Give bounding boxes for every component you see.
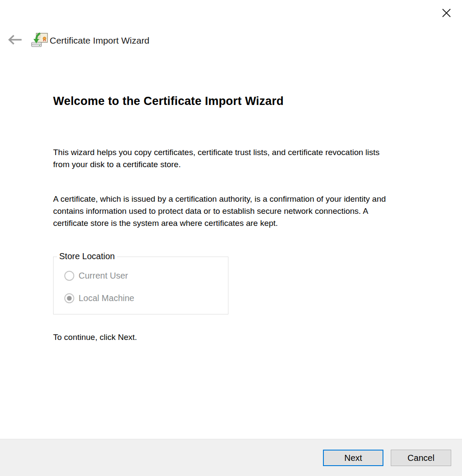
- radio-local-machine: Local Machine: [64, 293, 134, 303]
- radio-indicator-local-machine: [64, 293, 74, 303]
- certificate-import-wizard-window: { "window": { "title": "Certificate Impo…: [0, 0, 462, 476]
- back-button: [5, 32, 24, 48]
- back-arrow-icon: [7, 34, 22, 46]
- description-paragraph-line: A certificate, which is issued by a cert…: [53, 193, 386, 205]
- next-button[interactable]: Next: [323, 450, 383, 466]
- radio-indicator-current-user: [64, 271, 74, 281]
- close-button[interactable]: [438, 4, 455, 22]
- cancel-button[interactable]: Cancel: [391, 450, 451, 466]
- intro-paragraph-line: This wizard helps you copy certificates,…: [53, 146, 380, 159]
- store-location-groupbox: [53, 257, 228, 314]
- radio-label-local-machine: Local Machine: [79, 293, 134, 303]
- store-location-label: Store Location: [57, 251, 117, 261]
- certificate-import-icon: [31, 32, 48, 49]
- radio-current-user: Current User: [64, 271, 128, 281]
- close-icon: [441, 8, 452, 18]
- intro-paragraph: This wizard helps you copy certificates,…: [53, 146, 380, 171]
- description-paragraph-line: certificate store is the system area whe…: [53, 217, 386, 229]
- wizard-header-title: Certificate Import Wizard: [50, 35, 149, 46]
- description-paragraph: A certificate, which is issued by a cert…: [53, 193, 386, 229]
- intro-paragraph-line: from your disk to a certificate store.: [53, 159, 380, 171]
- description-paragraph-line: contains information used to protect dat…: [53, 205, 386, 217]
- continue-hint: To continue, click Next.: [53, 333, 137, 342]
- radio-label-current-user: Current User: [79, 271, 128, 281]
- page-title: Welcome to the Certificate Import Wizard: [53, 95, 284, 108]
- footer-bar: Next Cancel: [0, 439, 462, 476]
